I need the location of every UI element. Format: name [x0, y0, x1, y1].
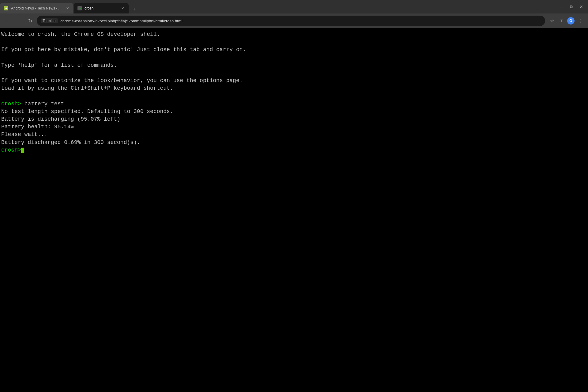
browser-window: A Android News - Tech News - And... ✕ cr…: [0, 0, 588, 392]
back-button[interactable]: ←: [4, 17, 12, 25]
address-bar: ← → ↻ Terminal chrome-extension://nkoccl…: [0, 13, 588, 28]
terminal-line-7: If you want to customize the look/behavi…: [1, 77, 587, 85]
window-controls: — ⧉ ✕: [557, 0, 588, 13]
tab-crosh[interactable]: crosh ✕: [74, 3, 129, 13]
terminal-content[interactable]: Welcome to crosh, the Chrome OS develope…: [0, 28, 588, 392]
forward-button[interactable]: →: [15, 17, 23, 25]
terminal-prompt-2: crosh>: [1, 147, 21, 153]
terminal-line-1: Welcome to crosh, the Chrome OS develope…: [1, 31, 587, 38]
terminal-favicon-icon: [77, 6, 82, 10]
url-bar[interactable]: Terminal chrome-extension://nkoccljplnhp…: [37, 16, 545, 26]
url-display: chrome-extension://nkoccljplnhpfnfiajclk…: [60, 19, 541, 23]
translate-button[interactable]: T: [557, 17, 566, 25]
terminal-label: Terminal: [41, 18, 58, 23]
minimize-button[interactable]: —: [557, 2, 566, 11]
terminal-prompt-1: crosh>: [1, 101, 21, 107]
terminal-command-line: crosh> battery_test: [1, 100, 587, 108]
more-button[interactable]: ⋮: [576, 17, 584, 25]
terminal-line-8: Load it by using the Ctrl+Shift+P keyboa…: [1, 85, 587, 92]
maximize-button[interactable]: ⧉: [567, 2, 576, 11]
bookmark-button[interactable]: ☆: [548, 17, 556, 25]
tab-bar: A Android News - Tech News - And... ✕ cr…: [0, 0, 588, 13]
close-button[interactable]: ✕: [577, 2, 586, 11]
terminal-line-6: [1, 69, 587, 77]
terminal-line-2: [1, 38, 587, 46]
terminal-output-5: Battery discharged 0.69% in 300 second(s…: [1, 139, 587, 146]
tab-android-close[interactable]: ✕: [65, 6, 70, 11]
tab-android-label: Android News - Tech News - And...: [11, 6, 62, 10]
google-account-icon[interactable]: G: [567, 17, 575, 24]
terminal-output-4: Please wait...: [1, 131, 587, 138]
terminal-line-5: Type 'help' for a list of commands.: [1, 62, 587, 69]
new-tab-button[interactable]: +: [130, 5, 138, 13]
terminal-output-3: Battery health: 95.14%: [1, 123, 587, 131]
tab-android-favicon: A: [4, 6, 9, 11]
terminal-line-3: If you got here by mistake, don't panic!…: [1, 46, 587, 54]
terminal-command-1: battery_test: [21, 101, 64, 107]
android-favicon-icon: A: [4, 6, 8, 10]
tab-android-news[interactable]: A Android News - Tech News - And... ✕: [0, 3, 74, 13]
tab-crosh-favicon: [77, 6, 82, 11]
terminal-output-1: No test length specified. Defaulting to …: [1, 108, 587, 115]
terminal-cursor: [21, 148, 24, 153]
toolbar-right: ☆ T G ⋮: [548, 17, 584, 25]
terminal-output-2: Battery is discharging (95.07% left): [1, 115, 587, 123]
tab-crosh-label: crosh: [85, 6, 118, 10]
terminal-prompt-line-2: crosh>: [1, 146, 587, 154]
terminal-line-4: [1, 54, 587, 62]
tab-crosh-close[interactable]: ✕: [120, 6, 125, 11]
terminal-line-9: [1, 92, 587, 100]
reload-button[interactable]: ↻: [26, 17, 34, 25]
